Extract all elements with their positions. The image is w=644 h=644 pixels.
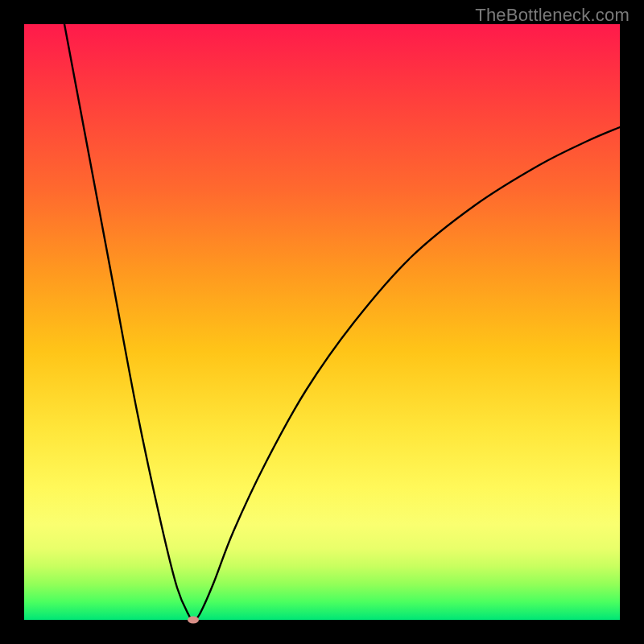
bottleneck-curve xyxy=(24,24,620,620)
plot-area xyxy=(24,24,620,620)
optimum-marker xyxy=(188,617,199,624)
watermark-label: TheBottleneck.com xyxy=(475,5,630,26)
chart-frame: TheBottleneck.com xyxy=(0,0,644,644)
